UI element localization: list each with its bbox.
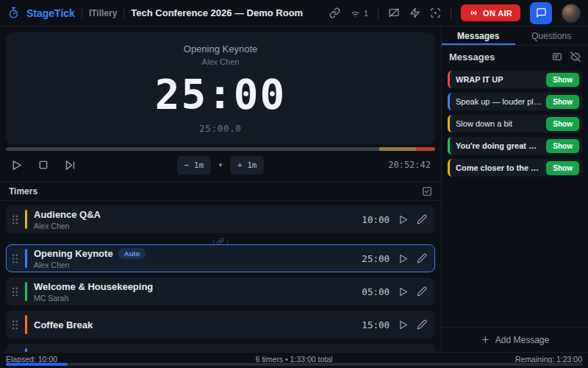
avatar[interactable]	[562, 4, 581, 23]
row-play-button[interactable]	[398, 286, 409, 297]
show-button[interactable]: Show	[546, 139, 579, 153]
auto-link-connector	[6, 238, 435, 244]
skip-next-button[interactable]	[64, 159, 76, 171]
pencil-icon	[417, 253, 427, 263]
play-icon	[398, 214, 409, 225]
connector-tick	[213, 240, 214, 244]
grip-icon[interactable]	[11, 253, 18, 264]
message-item[interactable]: Slow down a bit Show	[448, 115, 582, 132]
play-icon	[10, 159, 23, 171]
square-check-icon	[422, 186, 432, 197]
timer-row[interactable]: Welcome & Housekeeping MC Sarah 05:00	[6, 277, 435, 305]
message-item[interactable]: WRAP IT UP Show	[448, 71, 582, 88]
timer-duration: 10:00	[362, 214, 390, 225]
timer-row-selected[interactable]: Opening Keynote Auto Alex Chen 25:00	[6, 244, 435, 272]
message-list: WRAP IT UP Show Speak up — louder ple...…	[442, 68, 588, 177]
timer-title: Opening Keynote	[34, 248, 113, 259]
sidebar-spacer	[442, 177, 588, 327]
stop-button[interactable]	[37, 159, 49, 171]
message-text: Come closer to the mic	[456, 163, 542, 172]
message-item[interactable]: You're doing great — ... Show	[448, 137, 582, 155]
hide-messages-button[interactable]	[570, 52, 581, 62]
timer-row[interactable]: Audience Q&A Alex Chen 10:00	[6, 205, 435, 233]
warning-zone	[379, 147, 416, 151]
grip-icon[interactable]	[11, 286, 18, 297]
row-play-button[interactable]	[398, 214, 409, 225]
row-gap	[6, 272, 435, 277]
timer-title: Welcome & Housekeeping	[34, 281, 153, 292]
show-button[interactable]: Show	[546, 161, 579, 175]
message-item[interactable]: Come closer to the mic Show	[448, 159, 582, 177]
timer-duration: 05:00	[362, 286, 390, 297]
timer-duration: 25:00	[362, 253, 390, 264]
message-text: Speak up — louder ple...	[456, 97, 542, 106]
display-time: 25:00	[155, 74, 287, 115]
tab-messages[interactable]: Messages	[442, 26, 515, 45]
show-button[interactable]: Show	[546, 95, 579, 109]
main-column: Opening Keynote Alex Chen 25:00 25:00.0 …	[0, 26, 441, 352]
timer-row[interactable]: Coffee Break 15:00	[6, 311, 435, 339]
app-brand: StageTick	[26, 7, 75, 19]
timer-title: Coffee Break	[34, 319, 93, 330]
focus-mode-button[interactable]	[430, 7, 441, 18]
message-templates-button[interactable]	[552, 52, 562, 62]
monitor-off-icon	[388, 7, 400, 19]
chat-button[interactable]	[530, 2, 552, 24]
message-text: WRAP IT UP	[456, 75, 542, 84]
timer-display: Opening Keynote Alex Chen 25:00 25:00.0	[6, 32, 435, 144]
focus-icon	[430, 7, 441, 18]
row-edit-button[interactable]	[417, 319, 427, 330]
timer-speaker: Alex Chen	[34, 222, 101, 230]
message-item[interactable]: Speak up — louder ple... Show	[448, 93, 582, 110]
divider	[378, 7, 379, 19]
critical-zone	[416, 147, 435, 151]
share-link-button[interactable]	[329, 7, 340, 18]
play-button[interactable]	[10, 159, 23, 171]
add-message-label: Add Message	[495, 335, 549, 345]
flash-button[interactable]	[409, 7, 420, 18]
grip-icon[interactable]	[11, 214, 18, 225]
row-edit-button[interactable]	[417, 286, 427, 297]
play-icon	[398, 319, 409, 330]
timer-list: Audience Q&A Alex Chen 10:00	[0, 201, 441, 352]
display-speaker: Alex Chen	[202, 57, 240, 66]
row-edit-button[interactable]	[417, 214, 427, 224]
link-connector-icon	[217, 238, 224, 245]
show-button[interactable]: Show	[546, 117, 579, 131]
timer-row[interactable]: Panel: Future of Tech 20:00	[6, 344, 435, 352]
connections-button[interactable]: 1	[350, 7, 368, 18]
flash-icon	[409, 7, 420, 18]
connector-tick	[227, 240, 228, 244]
eye-off-icon	[570, 52, 581, 62]
chat-icon	[536, 7, 547, 18]
play-icon	[398, 286, 409, 297]
divider	[82, 7, 82, 19]
wifi-icon	[350, 7, 361, 18]
blackout-button[interactable]	[388, 7, 400, 19]
broadcast-icon	[469, 8, 478, 18]
transport-bar: − 1m ▼ + 1m 20:52:42	[0, 151, 441, 179]
timer-accent	[25, 315, 27, 334]
show-button[interactable]: Show	[546, 73, 579, 87]
skip-next-icon	[64, 159, 76, 171]
add-message-button[interactable]: Add Message	[442, 327, 588, 352]
row-play-button[interactable]	[398, 253, 409, 264]
grip-icon[interactable]	[11, 319, 18, 330]
plus-icon	[481, 335, 490, 344]
multi-select-button[interactable]	[422, 186, 432, 197]
on-air-button[interactable]: ON AIR	[461, 4, 520, 21]
tab-questions[interactable]: Questions	[515, 26, 588, 45]
minus-1m-button[interactable]: − 1m	[177, 156, 212, 174]
pencil-icon	[417, 319, 427, 330]
connection-count: 1	[364, 9, 368, 18]
timers-header: Timers	[0, 182, 441, 201]
session-progress-track	[6, 363, 582, 366]
row-edit-button[interactable]	[417, 253, 427, 263]
row-play-button[interactable]	[398, 319, 409, 330]
divider	[451, 7, 451, 19]
caret-down-icon[interactable]: ▼	[218, 162, 223, 169]
timer-speaker: Alex Chen	[34, 261, 146, 269]
plus-1m-button[interactable]: + 1m	[230, 156, 265, 174]
on-air-label: ON AIR	[483, 9, 512, 18]
play-icon	[398, 253, 409, 264]
